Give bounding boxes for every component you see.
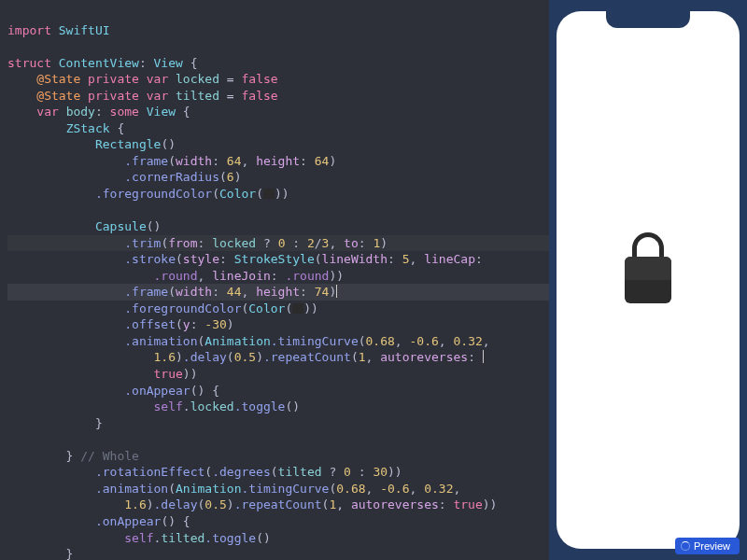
device-frame (557, 11, 740, 549)
color-swatch (263, 189, 275, 199)
spinner-icon (681, 541, 690, 551)
code-editor[interactable]: import SwiftUI struct ContentView: View … (0, 0, 549, 560)
preview-pane: Preview (549, 0, 747, 560)
kw-import: import (7, 23, 51, 37)
lock-icon (625, 257, 671, 303)
color-swatch (292, 303, 303, 314)
preview-button-label: Preview (694, 540, 730, 552)
preview-button[interactable]: Preview (675, 538, 740, 554)
text-cursor (483, 350, 484, 363)
device-notch (606, 11, 690, 28)
text-cursor (336, 285, 337, 298)
